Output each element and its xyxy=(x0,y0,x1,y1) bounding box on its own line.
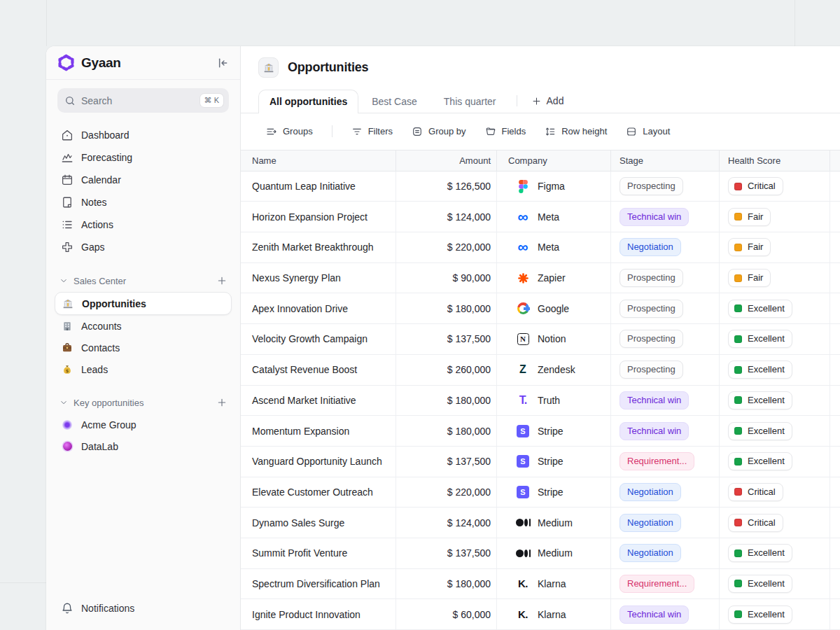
stage-badge[interactable]: Prospecting xyxy=(620,360,683,379)
sidebar-item-notifications[interactable]: Notifications xyxy=(46,602,240,630)
table-row[interactable]: Apex Innovation Drive $ 180,000 Google P… xyxy=(241,293,840,324)
stage-badge[interactable]: Negotiation xyxy=(620,544,681,562)
toolbar-group-by-button[interactable]: Group by xyxy=(412,126,465,137)
table-row[interactable]: Elevate Customer Outreach $ 220,000 S St… xyxy=(241,477,840,508)
table-row[interactable]: Summit Profit Venture $ 137,500 Medium N… xyxy=(241,538,840,569)
tab-all-opportunities[interactable]: All opportunities xyxy=(258,90,358,113)
add-icon[interactable] xyxy=(216,275,227,286)
stage-badge[interactable]: Technical win xyxy=(620,208,689,226)
tab-best-case[interactable]: Best Case xyxy=(358,90,430,113)
stage-badge[interactable]: Technical win xyxy=(620,391,689,410)
sidebar-item-dashboard[interactable]: Dashboard xyxy=(55,124,232,146)
health-badge[interactable]: Critical xyxy=(728,514,783,532)
column-header-health[interactable]: Health Score xyxy=(720,150,830,171)
add-view-button[interactable]: Add xyxy=(524,90,571,112)
search-input[interactable] xyxy=(81,95,200,106)
stage-badge[interactable]: Technical win xyxy=(620,606,689,624)
stage-badge[interactable]: Negotiation xyxy=(620,514,681,532)
opportunity-name[interactable]: Ignite Product Innovation xyxy=(241,599,396,629)
opportunity-name[interactable]: Momentum Expansion xyxy=(241,416,396,446)
fields-icon xyxy=(485,126,496,137)
sidebar-item-accounts[interactable]: Accounts xyxy=(55,315,232,337)
health-badge[interactable]: Excellent xyxy=(728,391,792,410)
health-badge[interactable]: Excellent xyxy=(728,544,792,562)
sidebar-item-actions[interactable]: Actions xyxy=(55,214,232,236)
add-icon[interactable] xyxy=(216,397,227,408)
table-row[interactable]: Dynamo Sales Surge $ 124,000 Medium Nego… xyxy=(241,507,840,538)
toolbar-row-height-button[interactable]: Row height xyxy=(545,126,607,137)
section-header[interactable]: Key opportunities xyxy=(55,393,232,412)
opportunity-name[interactable]: Vanguard Opportunity Launch xyxy=(241,447,396,477)
opportunity-name[interactable]: Velocity Growth Campaign xyxy=(241,324,396,354)
column-header-amount[interactable]: Amount xyxy=(396,150,497,171)
opportunity-name[interactable]: Apex Innovation Drive xyxy=(241,293,396,323)
opportunity-name[interactable]: Ascend Market Initiative xyxy=(241,386,396,416)
column-header-stage[interactable]: Stage xyxy=(611,150,720,171)
table-row[interactable]: Catalyst Revenue Boost $ 260,000 Z Zende… xyxy=(241,355,840,386)
stage-badge[interactable]: Technical win xyxy=(620,422,689,440)
table-row[interactable]: Quantum Leap Initiative $ 126,500 Figma … xyxy=(241,172,840,202)
sidebar-collapse-icon[interactable] xyxy=(215,56,229,70)
table-row[interactable]: Momentum Expansion $ 180,000 S Stripe Te… xyxy=(241,416,840,447)
opportunity-name[interactable]: Spectrum Diversification Plan xyxy=(241,569,396,599)
toolbar-layout-button[interactable]: Layout xyxy=(626,126,670,137)
table-row[interactable]: Ignite Product Innovation $ 60,000 K. Kl… xyxy=(241,599,840,630)
health-badge[interactable]: Critical xyxy=(728,177,783,195)
section-header[interactable]: Sales Center xyxy=(55,271,232,290)
opportunity-name[interactable]: Catalyst Revenue Boost xyxy=(241,355,396,385)
sidebar-item-leads[interactable]: $ Leads xyxy=(55,358,232,380)
table-row[interactable]: Zenith Market Breakthrough $ 220,000 ∞ M… xyxy=(241,232,840,263)
table-row[interactable]: Vanguard Opportunity Launch $ 137,500 S … xyxy=(241,447,840,477)
health-badge[interactable]: Fair xyxy=(728,208,771,226)
stage-badge[interactable]: Requirement... xyxy=(620,452,694,470)
health-badge[interactable]: Excellent xyxy=(728,422,792,440)
health-badge[interactable]: Excellent xyxy=(728,606,792,624)
stage-badge[interactable]: Negotiation xyxy=(620,238,681,256)
sidebar-item-calendar[interactable]: Calendar xyxy=(55,169,232,191)
opportunity-name[interactable]: Zenith Market Breakthrough xyxy=(241,232,396,262)
opportunity-name[interactable]: Horizon Expansion Project xyxy=(241,202,396,232)
stage-badge[interactable]: Prospecting xyxy=(620,300,683,318)
health-badge[interactable]: Fair xyxy=(728,238,771,256)
stage-badge[interactable]: Prospecting xyxy=(620,177,683,195)
health-badge[interactable]: Excellent xyxy=(728,452,792,470)
stage-badge[interactable]: Prospecting xyxy=(620,269,683,287)
opportunity-name[interactable]: Quantum Leap Initiative xyxy=(241,172,396,202)
opportunity-name[interactable]: Dynamo Sales Surge xyxy=(241,507,396,538)
chevron-down-icon[interactable] xyxy=(59,276,69,286)
search-bar[interactable]: ⌘ K xyxy=(57,88,229,113)
health-badge[interactable]: Excellent xyxy=(728,360,792,379)
health-badge[interactable]: Excellent xyxy=(728,330,792,348)
sidebar-item-gaps[interactable]: Gaps xyxy=(55,236,232,258)
toolbar-filters-button[interactable]: Filters xyxy=(351,126,393,137)
table-row[interactable]: Horizon Expansion Project $ 124,000 ∞ Me… xyxy=(241,202,840,232)
table-row[interactable]: Nexus Synergy Plan $ 90,000 Zapier Prosp… xyxy=(241,263,840,294)
toolbar-fields-button[interactable]: Fields xyxy=(485,126,526,137)
opportunity-name[interactable]: Elevate Customer Outreach xyxy=(241,477,396,507)
sidebar-item-contacts[interactable]: Contacts xyxy=(55,337,232,358)
table-row[interactable]: Spectrum Diversification Plan $ 180,000 … xyxy=(241,569,840,600)
stage-badge[interactable]: Negotiation xyxy=(620,483,681,501)
opportunity-name[interactable]: Summit Profit Venture xyxy=(241,538,396,568)
column-header-name[interactable]: Name xyxy=(241,150,396,171)
health-badge[interactable]: Critical xyxy=(728,483,783,501)
column-header-company[interactable]: Company xyxy=(497,150,611,171)
health-badge[interactable]: Fair xyxy=(728,269,771,287)
opportunity-name[interactable]: Nexus Synergy Plan xyxy=(241,263,396,293)
building-icon xyxy=(61,320,74,332)
table-row[interactable]: Velocity Growth Campaign $ 137,500 N Not… xyxy=(241,324,840,355)
sidebar-item-datalab[interactable]: DataLab xyxy=(55,435,232,457)
stage-badge[interactable]: Requirement... xyxy=(620,575,694,593)
tab-this-quarter[interactable]: This quarter xyxy=(430,90,510,113)
sidebar-item-notes[interactable]: Notes xyxy=(55,191,232,214)
table-row[interactable]: Ascend Market Initiative $ 180,000 T. Tr… xyxy=(241,386,840,416)
health-badge[interactable]: Excellent xyxy=(728,575,792,593)
stage-badge[interactable]: Prospecting xyxy=(620,330,683,348)
sidebar-item-opportunities[interactable]: Opportunities xyxy=(55,292,232,315)
sidebar-item-acme-group[interactable]: Acme Group xyxy=(55,414,232,435)
toolbar-groups-button[interactable]: Groups xyxy=(266,126,313,137)
health-badge[interactable]: Excellent xyxy=(728,300,792,318)
sidebar-item-forecasting[interactable]: Forecasting xyxy=(55,146,232,169)
app-window: Gyaan ⌘ K Dashboard Forecasting Calendar… xyxy=(46,46,840,630)
chevron-down-icon[interactable] xyxy=(59,398,69,407)
